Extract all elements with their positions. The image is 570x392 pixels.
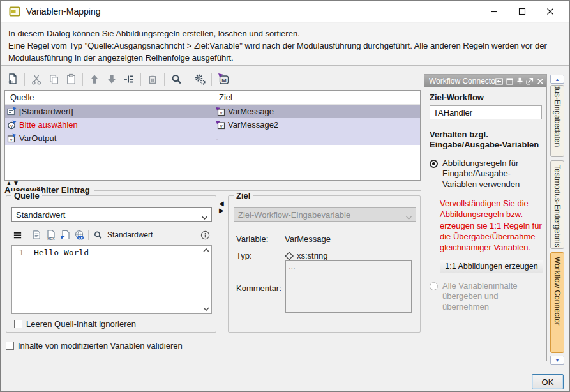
link-resource-button[interactable] xyxy=(73,229,85,241)
move-up-button[interactable] xyxy=(87,72,102,87)
radio-disabled-icon xyxy=(430,282,438,290)
float-panel-button[interactable] xyxy=(525,77,534,86)
radio-label: Alle Variableninhalte übergeben und über… xyxy=(442,281,541,313)
checkbox-box[interactable] xyxy=(6,342,14,350)
new-rule-icon xyxy=(6,73,19,86)
search-source-button[interactable] xyxy=(92,229,104,241)
copy-icon xyxy=(48,73,60,86)
rule-source: [Standardwert] xyxy=(19,107,73,116)
toolbar-separator xyxy=(27,230,27,240)
move-into-icon xyxy=(123,73,135,85)
text-view-button[interactable] xyxy=(31,229,43,241)
new-rule-button[interactable] xyxy=(5,72,20,87)
checkbox-label: Inhalte von modifizierten Variablen vali… xyxy=(18,341,183,351)
source-content-editor[interactable]: 1 Hello World xyxy=(11,245,212,314)
ziel-workflow-label: Ziel-Workflow xyxy=(430,93,541,102)
import-file-button[interactable] xyxy=(59,229,71,241)
panel-title: Workflow Connector xyxy=(429,77,495,86)
table-row[interactable]: v Bitte auswählen v VarMessage2 xyxy=(5,118,420,132)
collapse-left-icon: ◀ xyxy=(219,200,224,207)
titlebar: Variablen-Mapping xyxy=(1,1,569,22)
tabs-scroll-up-button[interactable]: ▲ xyxy=(550,75,564,84)
search-icon xyxy=(170,73,183,86)
checkbox-box[interactable] xyxy=(14,320,22,328)
mapping-rules-radio[interactable]: Abbildungsregeln für Eingabe/Ausgabe-Var… xyxy=(430,158,541,191)
kommentar-label-row: Kommentar: xyxy=(236,283,285,293)
rule-target: VarMessage2 xyxy=(228,120,278,130)
rules-toolbar: M xyxy=(5,71,231,87)
dialog-description: In diesem Dialog können Sie Abbildungsre… xyxy=(1,23,569,66)
svg-text:v: v xyxy=(10,123,13,129)
maximize-panel-button[interactable] xyxy=(505,77,514,86)
variable-row: Variable: VarMessage xyxy=(236,234,331,244)
radio-label: Abbildungsregeln für Eingabe/Ausgabe-Var… xyxy=(442,158,541,191)
validate-modified-checkbox[interactable]: Inhalte von modifizierten Variablen vali… xyxy=(6,341,183,351)
settings-button[interactable] xyxy=(192,72,207,87)
rule-source: Bitte auswählen xyxy=(19,120,78,130)
quelle-group: Quelle Standardwert HEX Standardwert 1 H… xyxy=(6,195,216,333)
search-button[interactable] xyxy=(169,72,184,87)
info-button[interactable] xyxy=(199,229,211,241)
description-line-1: In diesem Dialog können Sie Abbildungsre… xyxy=(8,27,562,40)
scroll-down-icon xyxy=(202,306,210,312)
tab-workflow-connector[interactable]: Workflow Connector xyxy=(550,252,564,353)
tab-testmodus-endergebnis[interactable]: Testmodus-Endergebnis xyxy=(550,160,564,249)
panel-splitter[interactable]: ◀ ▶ xyxy=(219,200,224,214)
move-down-button[interactable] xyxy=(104,72,119,87)
tabs-scroll-down-button[interactable]: ▼ xyxy=(550,356,564,365)
dock-left-button[interactable] xyxy=(495,77,504,86)
close-button[interactable] xyxy=(536,1,564,22)
table-row[interactable]: v VarOutput - xyxy=(5,132,420,145)
paste-button[interactable] xyxy=(63,72,79,87)
rule-target: VarMessage xyxy=(228,107,274,116)
paste-icon xyxy=(65,73,77,86)
ziel-group: Ziel Ziel-Workflow-Eingabevariable Varia… xyxy=(228,195,421,333)
window-controls xyxy=(480,1,564,22)
ziel-type-value: Ziel-Workflow-Eingabevariable xyxy=(238,210,350,220)
description-line-2: Eine Regel vom Typ "Quelle:Ausgangsnachr… xyxy=(8,40,562,64)
ziel-workflow-input[interactable] xyxy=(430,105,542,119)
svg-text:M: M xyxy=(221,77,227,84)
move-into-button[interactable] xyxy=(121,72,137,87)
radio-selected-icon[interactable] xyxy=(430,160,438,168)
ok-button[interactable]: OK xyxy=(532,374,564,389)
pin-panel-button[interactable] xyxy=(515,77,524,86)
panel-titlebar[interactable]: Workflow Connector xyxy=(424,75,546,87)
toolbar-separator xyxy=(88,230,89,240)
window-title: Variablen-Mapping xyxy=(26,6,100,17)
toolbar-separator xyxy=(211,73,212,86)
section-divider xyxy=(94,190,421,191)
scroll-down-icon: ▼ xyxy=(555,358,560,363)
globe-link-icon xyxy=(74,230,84,240)
kommentar-box: ... xyxy=(285,260,412,313)
move-up-icon xyxy=(89,73,100,85)
text-document-icon xyxy=(32,230,41,240)
close-panel-button[interactable] xyxy=(536,77,544,86)
toolbar-separator xyxy=(140,73,141,86)
create-mappings-button[interactable]: 1:1 Abbildungen erzeugen xyxy=(440,260,543,273)
ignore-empty-source-checkbox[interactable]: Leeren Quell-Inhalt ignorieren xyxy=(14,319,136,329)
maximize-button[interactable] xyxy=(508,1,536,22)
ziel-type-select: Ziel-Workflow-Eingabevariable xyxy=(234,207,416,222)
toolbar-separator xyxy=(188,73,188,86)
editor-scrollbar[interactable] xyxy=(201,246,211,313)
svg-text:v: v xyxy=(10,137,13,142)
macro-button[interactable]: M xyxy=(216,72,231,87)
tab-testmodus-eingabedaten[interactable]: Testmodus-Eingabedaten xyxy=(550,85,564,157)
quelle-type-select[interactable]: Standardwert xyxy=(11,207,212,222)
menu-button[interactable] xyxy=(11,229,24,241)
quelle-type-value: Standardwert xyxy=(16,210,65,220)
editor-content[interactable]: Hello World xyxy=(31,246,201,313)
table-row[interactable]: [Standardwert] v VarMessage xyxy=(5,105,420,118)
rule-target: - xyxy=(216,133,218,143)
delete-button[interactable] xyxy=(145,72,160,87)
chevron-down-icon xyxy=(405,213,412,222)
cut-button[interactable] xyxy=(29,72,44,87)
info-icon xyxy=(200,230,210,240)
hex-view-button[interactable]: HEX xyxy=(45,229,57,241)
variable-icon: v xyxy=(216,107,225,116)
minimize-button[interactable] xyxy=(480,1,508,22)
output-variable-icon: v xyxy=(7,133,17,143)
cut-icon xyxy=(31,73,43,86)
copy-button[interactable] xyxy=(46,72,61,87)
